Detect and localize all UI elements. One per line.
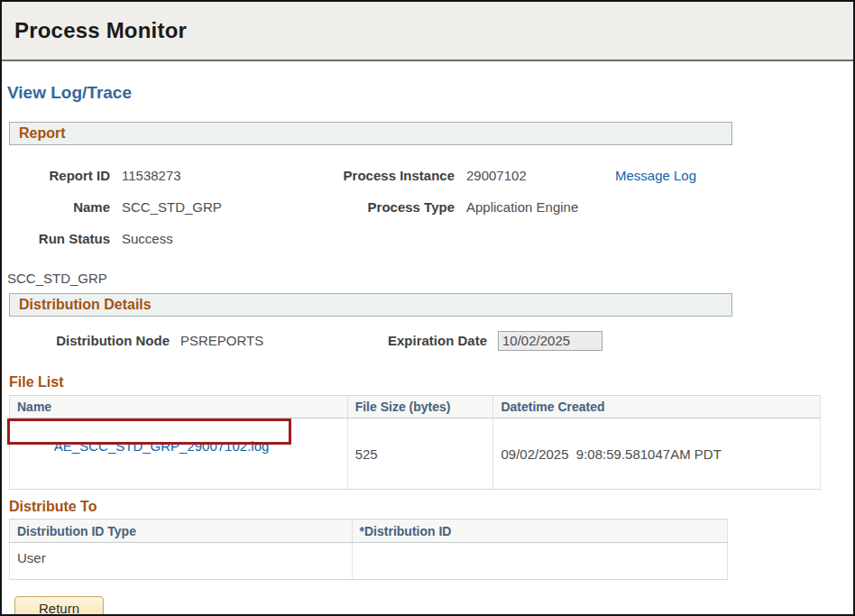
distribution-fields: Distribution Node PSREPORTS Expiration D… — [2, 330, 853, 351]
program-name-text: SCC_STD_GRP — [7, 271, 853, 286]
file-list-heading: File List — [9, 374, 853, 391]
process-type-value: Application Engine — [466, 199, 615, 215]
distribution-node-value: PSREPORTS — [180, 333, 372, 348]
table-row: AE_SCC_STD_GRP_29007102.log 525 09/02/20… — [10, 418, 821, 490]
distribute-to-heading: Distribute To — [9, 499, 853, 515]
process-monitor-page: { "window": { "title": "Process Monitor"… — [0, 0, 855, 616]
distribution-details-title: Distribution Details — [19, 297, 152, 313]
distribution-details-groupbox-header: Distribution Details — [9, 293, 732, 317]
expiration-date-label: Expiration Date — [372, 333, 498, 348]
report-fields: Report ID 11538273 Process Instance 2900… — [2, 165, 853, 248]
name-label: Name — [2, 199, 122, 215]
table-row: User — [10, 543, 728, 580]
page-content: View Log/Trace Report Report ID 11538273… — [2, 83, 853, 616]
process-type-label: Process Type — [316, 199, 466, 215]
distribute-to-header-row: Distribution ID Type *Distribution ID — [10, 519, 728, 543]
return-button[interactable]: Return — [14, 596, 104, 616]
file-created-value: 09/02/2025 9:08:59.581047AM PDT — [493, 418, 821, 490]
distribution-id-type-column-header: Distribution ID Type — [10, 519, 353, 543]
process-instance-label: Process Instance — [316, 168, 466, 183]
report-id-label: Report ID — [2, 168, 122, 183]
name-value: SCC_STD_GRP — [122, 199, 316, 215]
file-created-column-header: Datetime Created — [493, 396, 821, 418]
file-size-column-header: File Size (bytes) — [347, 396, 493, 418]
distribution-id-value — [352, 543, 727, 580]
run-status-value: Success — [122, 231, 316, 246]
file-name-column-header: Name — [10, 396, 348, 418]
expiration-date-field — [498, 331, 602, 351]
log-file-link[interactable]: AE_SCC_STD_GRP_29007102.log — [54, 438, 269, 454]
window-title: Process Monitor — [14, 18, 187, 43]
distribution-id-type-value: User — [10, 543, 353, 580]
distribution-id-column-header: *Distribution ID — [352, 519, 727, 543]
run-status-label: Run Status — [2, 231, 122, 246]
report-groupbox-header: Report — [9, 122, 732, 145]
file-size-value: 525 — [347, 418, 493, 490]
window-titlebar: Process Monitor — [2, 2, 853, 61]
message-log-link[interactable]: Message Log — [615, 168, 696, 183]
report-id-value: 11538273 — [122, 168, 316, 183]
file-list-table: Name File Size (bytes) Datetime Created … — [9, 395, 821, 490]
process-instance-value: 29007102 — [466, 168, 615, 183]
page-title: View Log/Trace — [7, 83, 853, 103]
distribution-node-label: Distribution Node — [2, 333, 180, 348]
distribute-to-table: Distribution ID Type *Distribution ID Us… — [9, 519, 728, 580]
file-list-header-row: Name File Size (bytes) Datetime Created — [10, 396, 821, 418]
report-groupbox-title: Report — [19, 125, 66, 142]
